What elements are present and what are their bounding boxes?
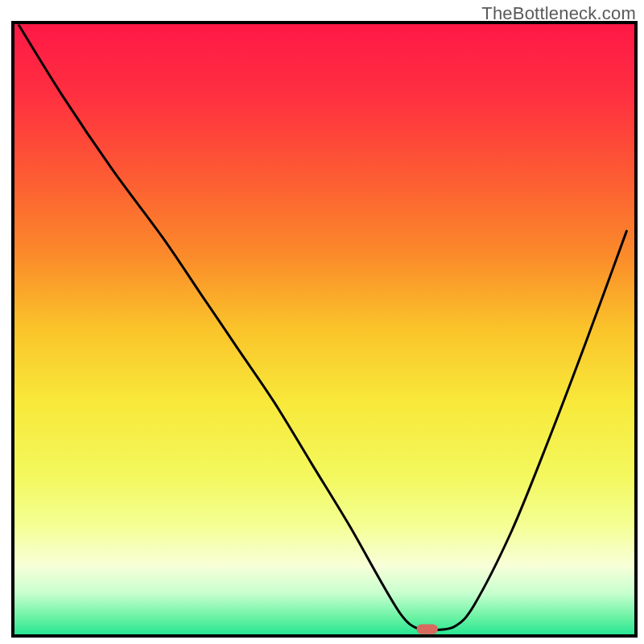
plot-background: [13, 23, 636, 636]
watermark-text: TheBottleneck.com: [481, 3, 636, 24]
chart-container: TheBottleneck.com: [0, 0, 644, 644]
bottleneck-chart: [0, 0, 644, 644]
minimum-marker: [417, 625, 438, 634]
